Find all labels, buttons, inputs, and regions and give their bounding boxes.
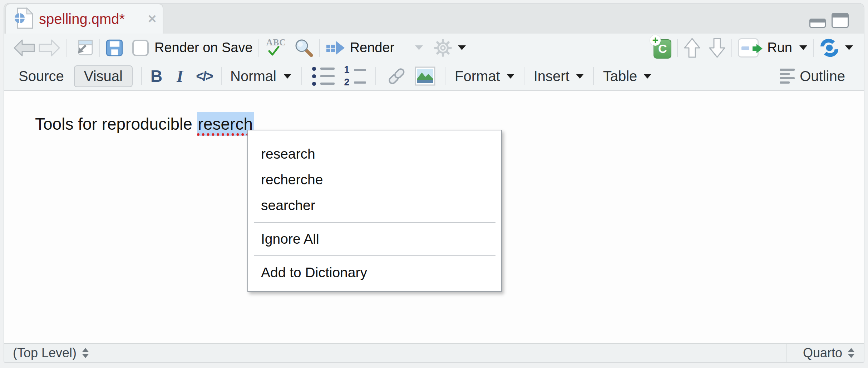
render-button[interactable]: Render <box>350 40 395 55</box>
divider <box>524 67 524 85</box>
misspelled-word-selected[interactable]: reserch <box>197 112 254 136</box>
tab-spelling-qmd[interactable]: spelling.qmd* ✕ <box>5 4 163 34</box>
pane-window-controls <box>809 4 849 34</box>
render-options-chevron-icon[interactable] <box>415 45 423 50</box>
forward-icon[interactable] <box>38 39 61 57</box>
filetype-selector[interactable]: Quarto <box>786 344 864 362</box>
spellcheck-icon[interactable]: ABC <box>265 38 288 58</box>
divider <box>375 67 376 85</box>
gear-icon[interactable] <box>433 38 453 58</box>
minimize-pane-icon[interactable] <box>809 19 826 28</box>
tab-title: spelling.qmd* <box>39 11 142 27</box>
code-icon[interactable]: </> <box>196 69 212 84</box>
editor-pane: spelling.qmd* ✕ <box>4 3 864 363</box>
menu-divider <box>254 222 495 223</box>
document-editor[interactable]: Tools for reproducible reserch research … <box>4 91 864 343</box>
menu-item-suggestion[interactable]: recherche <box>248 167 501 193</box>
divider <box>677 39 678 57</box>
render-icon[interactable] <box>326 39 346 56</box>
render-on-save-checkbox[interactable] <box>132 40 149 56</box>
divider <box>301 67 302 85</box>
run-button[interactable]: Run <box>767 40 792 55</box>
main-toolbar: Render on Save ABC Render <box>4 34 864 62</box>
find-replace-icon[interactable] <box>293 38 314 58</box>
show-in-new-window-icon[interactable] <box>73 38 94 58</box>
divider <box>445 67 445 85</box>
menu-item-suggestion[interactable]: research <box>248 141 501 167</box>
filetype-label: Quarto <box>803 345 842 360</box>
paragraph-style-dropdown[interactable]: Normal <box>230 68 276 84</box>
divider <box>221 67 222 85</box>
format-menu[interactable]: Format <box>455 68 500 84</box>
table-menu-chevron-icon[interactable] <box>643 74 651 79</box>
run-next-chunk-down-icon[interactable] <box>709 37 726 59</box>
bullet-list-icon[interactable] <box>312 66 335 86</box>
divider <box>731 39 732 57</box>
outline-icon <box>780 69 795 84</box>
maximize-pane-icon[interactable] <box>832 13 849 28</box>
numbered-list-icon[interactable]: 1 2 <box>344 65 366 87</box>
insert-menu[interactable]: Insert <box>534 68 569 84</box>
insert-chunk-icon[interactable]: C + <box>651 37 671 59</box>
tab-close-icon[interactable]: ✕ <box>147 13 157 25</box>
run-previous-chunks-up-icon[interactable] <box>684 37 701 59</box>
visual-mode-button[interactable]: Visual <box>74 65 133 87</box>
divider <box>99 39 100 57</box>
menu-item-add-to-dictionary[interactable]: Add to Dictionary <box>248 260 501 285</box>
document-text-line[interactable]: Tools for reproducible reserch <box>35 114 254 134</box>
divider <box>813 39 814 57</box>
divider <box>141 67 142 85</box>
editor-status-bar: (Top Level) Quarto <box>4 343 864 362</box>
link-icon[interactable] <box>385 66 408 86</box>
format-menu-chevron-icon[interactable] <box>507 74 514 79</box>
format-toolbar: Source Visual B I </> Normal 1 2 <box>4 62 864 91</box>
italic-icon[interactable]: I <box>177 67 183 86</box>
source-mode-button[interactable]: Source <box>19 68 64 84</box>
menu-item-suggestion[interactable]: searcher <box>248 193 501 218</box>
scope-selector[interactable]: (Top Level) <box>4 345 89 360</box>
outline-toggle-button[interactable]: Outline <box>800 68 845 84</box>
divider <box>319 39 320 57</box>
menu-item-ignore-all[interactable]: Ignore All <box>248 226 501 252</box>
run-menu-chevron-icon[interactable] <box>799 45 807 50</box>
document-text: Tools for reproducible <box>35 115 197 133</box>
source-publish-icon[interactable] <box>819 39 839 57</box>
publish-menu-chevron-icon[interactable] <box>845 45 853 50</box>
divider <box>593 67 594 85</box>
scope-label: (Top Level) <box>13 345 77 360</box>
spellcheck-context-menu: research recherche searcher Ignore All A… <box>247 130 502 292</box>
scope-updown-icon <box>82 348 89 358</box>
run-icon[interactable] <box>738 38 759 58</box>
divider <box>66 39 67 57</box>
save-icon[interactable] <box>106 39 123 56</box>
divider <box>258 39 259 57</box>
paragraph-style-chevron-icon[interactable] <box>283 74 291 79</box>
quarto-file-icon <box>14 8 33 30</box>
render-on-save-label: Render on Save <box>154 40 253 55</box>
table-menu[interactable]: Table <box>603 68 637 84</box>
insert-menu-chevron-icon[interactable] <box>576 74 584 79</box>
bold-icon[interactable]: B <box>151 66 162 86</box>
back-icon[interactable] <box>13 39 36 57</box>
tab-bar: spelling.qmd* ✕ <box>4 4 864 34</box>
image-icon[interactable] <box>415 66 435 86</box>
menu-divider <box>254 255 495 256</box>
gear-menu-chevron-icon[interactable] <box>458 45 466 50</box>
filetype-updown-icon <box>848 348 854 358</box>
